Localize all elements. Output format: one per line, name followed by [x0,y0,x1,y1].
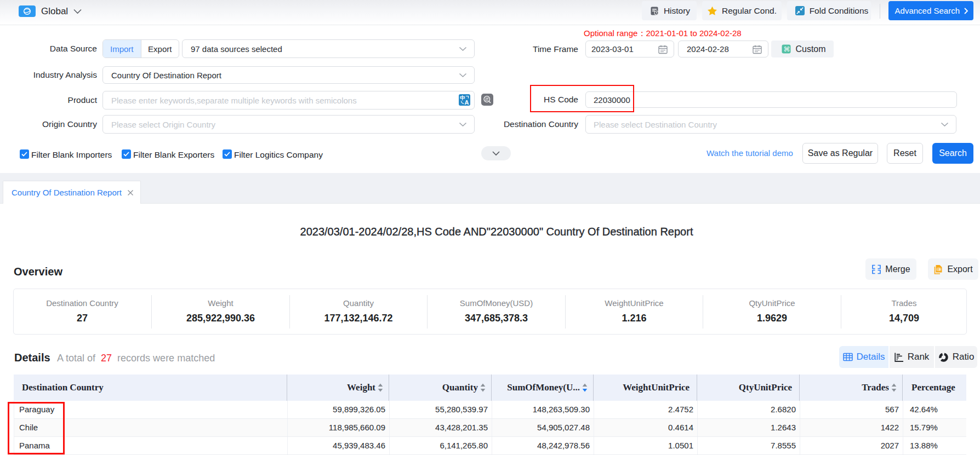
svg-text:⌘: ⌘ [784,45,790,53]
svg-text:A: A [465,99,469,106]
